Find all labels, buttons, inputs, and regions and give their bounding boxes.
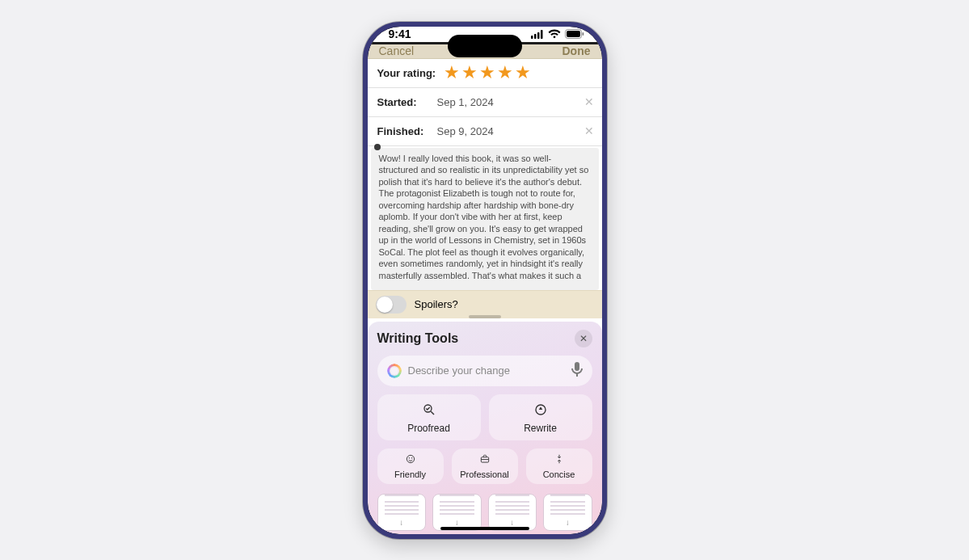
dynamic-island [448, 35, 522, 57]
started-value: Sep 1, 2024 [437, 96, 494, 108]
proofread-label: Proofread [407, 423, 450, 434]
svg-point-10 [408, 457, 409, 458]
battery-icon [565, 29, 584, 39]
star-icon[interactable]: ★ [515, 64, 531, 82]
svg-point-9 [407, 455, 414, 462]
star-icon[interactable]: ★ [444, 64, 460, 82]
writing-tools-title: Writing Tools [377, 331, 459, 346]
friendly-button[interactable]: Friendly [377, 448, 444, 484]
writing-tools-header: Writing Tools ✕ [377, 330, 592, 347]
finished-value: Sep 9, 2024 [437, 125, 494, 137]
friendly-label: Friendly [394, 469, 426, 479]
rewrite-label: Rewrite [524, 423, 557, 434]
concise-button[interactable]: Concise [526, 448, 592, 484]
svg-rect-6 [582, 32, 584, 36]
concise-label: Concise [543, 469, 575, 479]
writing-tools-sheet: Writing Tools ✕ Proofread [368, 322, 602, 534]
close-writing-tools-button[interactable]: ✕ [575, 330, 592, 347]
briefcase-icon [479, 453, 491, 466]
star-icon[interactable]: ★ [479, 64, 495, 82]
rewrite-button[interactable]: Rewrite [489, 394, 592, 440]
spoilers-label: Spoilers? [415, 298, 458, 310]
svg-rect-0 [531, 36, 533, 39]
magnifier-check-icon [422, 402, 436, 419]
review-text-container: Wow! I really loved this book, it was so… [368, 146, 602, 290]
svg-rect-5 [567, 31, 580, 37]
microphone-icon[interactable] [571, 362, 583, 379]
format-option-4[interactable]: ↓ [543, 494, 592, 531]
home-indicator[interactable] [440, 527, 529, 530]
svg-rect-1 [534, 34, 537, 39]
prompt-input[interactable] [408, 364, 565, 377]
close-icon: ✕ [579, 333, 588, 344]
started-row[interactable]: Started: Sep 1, 2024 ✕ [368, 88, 602, 117]
spoilers-row: Spoilers? [368, 290, 602, 318]
rewrite-icon [533, 402, 548, 419]
format-option-3[interactable]: ↓ [488, 494, 537, 531]
finished-row[interactable]: Finished: Sep 9, 2024 ✕ [368, 117, 602, 146]
review-text-area[interactable]: Wow! I really loved this book, it was so… [371, 148, 599, 290]
rating-row: Your rating: ★ ★ ★ ★ ★ [368, 59, 602, 88]
status-time: 9:41 [389, 27, 411, 40]
compress-icon [554, 453, 565, 466]
done-button[interactable]: Done [562, 44, 591, 57]
svg-rect-3 [541, 30, 543, 39]
text-selection-handle[interactable] [374, 144, 381, 150]
writing-tools-tone-row: Friendly Professional Concise [377, 448, 592, 484]
toggle-knob [377, 297, 393, 313]
spoilers-toggle[interactable] [376, 296, 407, 314]
smile-icon [405, 453, 416, 466]
rating-stars[interactable]: ★ ★ ★ ★ ★ [444, 64, 531, 82]
iphone-device-frame: 9:41 Cancel Review Done Your rating: [363, 22, 607, 539]
clear-finished-icon[interactable]: ✕ [584, 125, 594, 137]
apple-intelligence-icon [387, 364, 402, 378]
download-icon: ↓ [510, 518, 514, 527]
download-icon: ↓ [566, 518, 570, 527]
svg-point-11 [411, 457, 412, 458]
download-icon: ↓ [455, 518, 459, 527]
sheet-grabber[interactable] [469, 315, 501, 318]
download-icon: ↓ [399, 518, 403, 527]
writing-tools-prompt-field[interactable] [377, 356, 592, 386]
star-icon[interactable]: ★ [461, 64, 478, 82]
professional-button[interactable]: Professional [452, 448, 518, 484]
proofread-button[interactable]: Proofread [377, 394, 481, 440]
writing-tools-primary-row: Proofread Rewrite [377, 394, 592, 440]
professional-label: Professional [460, 469, 509, 479]
rating-label: Your rating: [377, 67, 436, 79]
wifi-icon [548, 29, 561, 39]
format-option-2[interactable]: ↓ [432, 494, 482, 531]
status-icons [531, 29, 584, 39]
writing-tools-format-row: ↓ ↓ ↓ ↓ [377, 494, 592, 531]
svg-rect-2 [537, 32, 540, 39]
star-icon[interactable]: ★ [497, 64, 513, 82]
screen: 9:41 Cancel Review Done Your rating: [368, 27, 602, 534]
finished-label: Finished: [377, 125, 429, 137]
cellular-signal-icon [531, 30, 544, 39]
format-option-1[interactable]: ↓ [377, 494, 427, 531]
cancel-button[interactable]: Cancel [379, 44, 415, 57]
clear-started-icon[interactable]: ✕ [584, 96, 594, 107]
started-label: Started: [377, 96, 429, 108]
